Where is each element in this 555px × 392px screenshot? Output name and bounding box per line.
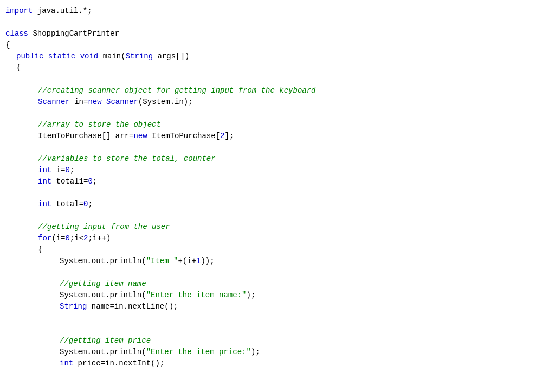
code-token: "Item " (146, 256, 178, 267)
code-token: class (5, 28, 28, 40)
code-line: int i=0; (0, 165, 555, 176)
code-token: +(i+ (178, 256, 196, 267)
code-token: i= (51, 165, 65, 176)
code-token: (i= (51, 233, 65, 244)
code-token: //creating scanner object for getting in… (38, 85, 315, 96)
code-line: //getting item price (0, 335, 555, 347)
code-line: //variables to store the total, counter (0, 153, 555, 165)
code-token: ; (88, 199, 92, 210)
code-token: Scanner (38, 96, 70, 108)
code-token: static (48, 51, 75, 62)
code-line: //getting item name (0, 278, 555, 290)
code-token: ); (246, 290, 255, 301)
code-line: class ShoppingCartPrinter (0, 28, 555, 40)
code-token: ShoppingCartPrinter (28, 28, 119, 40)
code-token: System.out.println( (60, 256, 146, 267)
code-line (0, 324, 555, 335)
code-token: )); (201, 256, 214, 267)
code-token: { (5, 40, 10, 51)
code-token: ; (70, 165, 74, 176)
code-token: int (38, 199, 51, 210)
code-token: 0 (65, 233, 69, 244)
code-token: total= (51, 199, 83, 210)
code-line (0, 187, 555, 199)
code-line: Scanner in=new Scanner(System.in); (0, 96, 555, 108)
code-token: java.util.*; (33, 5, 92, 17)
code-line: System.out.println("Item "+(i+1)); (0, 256, 555, 267)
code-line: for(i=0;i<2;i++) (0, 233, 555, 244)
code-line: System.out.println("Enter the item name:… (0, 290, 555, 301)
code-token: new (88, 96, 101, 108)
code-token: int (38, 165, 51, 176)
code-line: ItemToPurchase[] arr=new ItemToPurchase[… (0, 130, 555, 142)
code-token: import (5, 5, 33, 17)
code-token (43, 51, 48, 62)
code-token: main( (98, 51, 125, 62)
code-token: //variables to store the total, counter (38, 153, 216, 165)
code-token: System.out.println( (60, 347, 146, 358)
code-line (0, 267, 555, 278)
code-line: //array to store the object (0, 119, 555, 130)
code-token: args[]) (153, 51, 189, 62)
code-token: ;i++) (88, 233, 111, 244)
code-token: int (60, 358, 73, 369)
code-line: int total1=0; (0, 176, 555, 187)
code-token: price=in.nextInt(); (73, 358, 164, 369)
code-token: //array to store the object (38, 119, 161, 130)
code-token: new (133, 130, 147, 142)
code-line: import java.util.*; (0, 5, 555, 17)
code-editor: import java.util.*; class ShoppingCartPr… (0, 0, 555, 392)
code-token: //getting item name (60, 278, 146, 290)
code-token: "Enter the item price:" (146, 347, 251, 358)
code-line (0, 210, 555, 221)
code-token: for (38, 233, 51, 244)
code-token: //getting input from the user (38, 221, 170, 233)
code-line (0, 108, 555, 119)
code-line: //creating scanner object for getting in… (0, 85, 555, 96)
code-token: ItemToPurchase[ (147, 130, 220, 142)
code-token: 1 (196, 256, 201, 267)
code-token: public (16, 51, 43, 62)
code-token: 2 (220, 130, 224, 142)
code-token: String (60, 301, 87, 312)
code-token: ItemToPurchase (38, 130, 102, 142)
code-line (0, 312, 555, 324)
code-token: System.out.println( (60, 290, 146, 301)
code-token: 0 (83, 199, 88, 210)
code-line: String name=in.nextLine(); (0, 301, 555, 312)
code-token (102, 96, 106, 108)
code-line (0, 74, 555, 85)
code-token: name=in.nextLine(); (87, 301, 178, 312)
code-token: 2 (83, 233, 88, 244)
code-token: //getting item price (60, 335, 151, 347)
code-token: total1= (51, 176, 88, 187)
code-line: public static void main(String args[]) (0, 51, 555, 62)
code-token: Scanner (106, 96, 138, 108)
code-line: { (0, 62, 555, 74)
code-line: //getting input from the user (0, 221, 555, 233)
code-token: ]; (224, 130, 234, 142)
code-line: { (0, 40, 555, 51)
code-token (75, 51, 80, 62)
code-token: { (16, 62, 21, 74)
code-line: { (0, 244, 555, 256)
code-line (0, 17, 555, 28)
code-line (0, 142, 555, 153)
code-token: ); (251, 347, 260, 358)
code-token: int (38, 176, 51, 187)
code-token: 0 (88, 176, 92, 187)
code-token: { (38, 244, 42, 256)
code-token: [] arr= (102, 130, 134, 142)
code-token: void (80, 51, 99, 62)
code-token: 0 (65, 165, 69, 176)
code-line (0, 369, 555, 381)
code-line: System.out.println("Enter the item price… (0, 347, 555, 358)
code-token: ; (93, 176, 97, 187)
code-token: "Enter the item name:" (146, 290, 247, 301)
code-token: ;i< (70, 233, 83, 244)
code-token: (System.in); (138, 96, 193, 108)
code-token: in= (70, 96, 88, 108)
code-token: String (126, 51, 153, 62)
code-line (0, 381, 555, 392)
code-line: int price=in.nextInt(); (0, 358, 555, 369)
